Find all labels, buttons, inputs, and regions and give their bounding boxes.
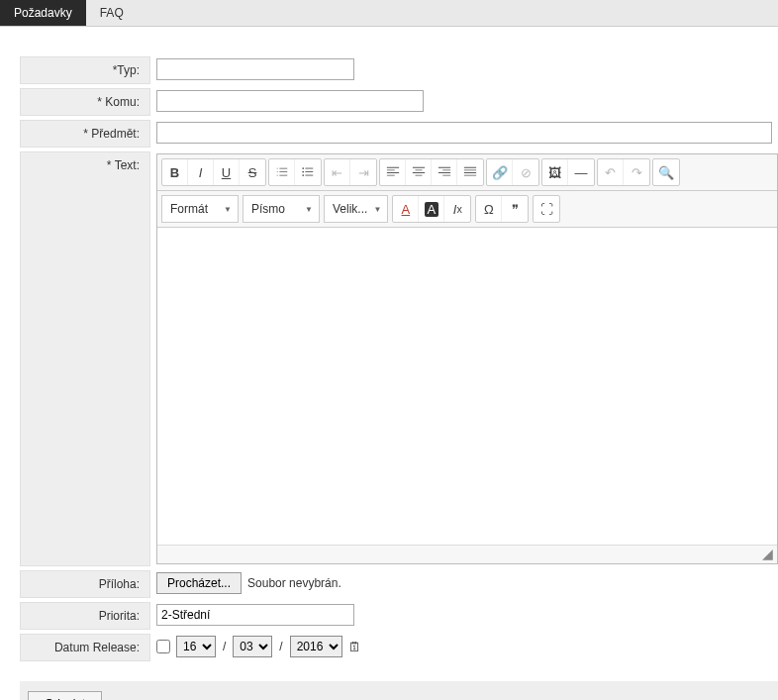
align-right-icon[interactable] [432,159,457,185]
date-day-select[interactable]: 16 [176,636,216,657]
date-separator: / [278,640,283,653]
priority-select[interactable] [156,604,354,626]
outdent-icon[interactable]: ⇤ [325,159,350,185]
text-color-icon[interactable]: A [393,196,419,222]
strike-icon[interactable]: S [240,159,265,185]
label-komu: * Komu: [20,88,150,116]
link-icon[interactable]: 🔗 [487,159,513,185]
svg-point-2 [302,171,304,173]
redo-icon[interactable]: ↷ [624,159,649,185]
size-select[interactable]: Velik... [324,195,388,223]
italic-icon[interactable]: I [188,159,214,185]
search-icon[interactable]: 🔍 [653,159,679,185]
label-text: * Text: [20,151,150,566]
unlink-icon[interactable]: ⊘ [513,159,538,185]
align-left-icon[interactable] [380,159,406,185]
date-year-select[interactable]: 2016 [290,636,342,657]
align-center-icon[interactable] [406,159,432,185]
svg-point-0 [302,167,304,169]
align-justify-icon[interactable] [457,159,483,185]
svg-point-4 [302,174,304,176]
input-predmet[interactable] [156,122,772,144]
underline-icon[interactable]: U [214,159,240,185]
submit-button[interactable]: Odeslat [28,691,102,700]
label-datum: Datum Release: [20,634,150,661]
font-select[interactable]: Písmo [243,195,320,223]
maximize-icon[interactable]: ⛶ [534,196,559,222]
date-separator: / [222,640,227,653]
indent-icon[interactable]: ⇥ [350,159,376,185]
unordered-list-icon[interactable] [295,159,321,185]
editor-toolbar-2: Formát Písmo Velik... A A Ix Ω ❞ ⛶ [157,191,777,228]
bold-icon[interactable]: B [162,159,188,185]
svg-rect-3 [305,171,313,172]
input-komu[interactable] [156,90,424,112]
ordered-list-icon[interactable] [269,159,295,185]
input-typ[interactable] [156,58,354,80]
editor-textarea[interactable] [157,228,777,545]
label-priloha: Příloha: [20,570,150,598]
special-char-icon[interactable]: Ω [476,196,502,222]
undo-icon[interactable]: ↶ [598,159,624,185]
label-typ: *Typ: [20,56,150,84]
format-select[interactable]: Formát [161,195,239,223]
svg-rect-1 [305,168,313,169]
browse-button[interactable]: Procházet... [156,572,242,594]
editor-toolbar-1: B I U S ⇤ ⇥ [157,154,777,191]
calendar-icon[interactable]: 🗓 [348,640,361,654]
bg-color-icon[interactable]: A [419,196,444,222]
rich-text-editor: B I U S ⇤ ⇥ [156,153,778,564]
quote-icon[interactable]: ❞ [502,196,528,222]
label-priorita: Priorita: [20,602,150,630]
date-enable-checkbox[interactable] [156,640,170,653]
resize-handle-icon[interactable]: ◢ [157,545,777,563]
tab-faq[interactable]: FAQ [86,0,138,26]
svg-rect-5 [305,175,313,176]
tab-pozadavky[interactable]: Požadavky [0,0,86,26]
hr-icon[interactable]: ― [568,159,594,185]
file-status: Soubor nevybrán. [247,576,341,590]
form: *Typ: * Komu: * Předmět: * Text: B I U S [20,56,778,661]
image-icon[interactable]: 🖼 [542,159,568,185]
tab-bar: Požadavky FAQ [0,0,778,27]
date-month-select[interactable]: 03 [233,636,272,657]
submit-bar: Odeslat [20,681,778,700]
clear-format-icon[interactable]: Ix [444,196,470,222]
label-predmet: * Předmět: [20,120,150,148]
